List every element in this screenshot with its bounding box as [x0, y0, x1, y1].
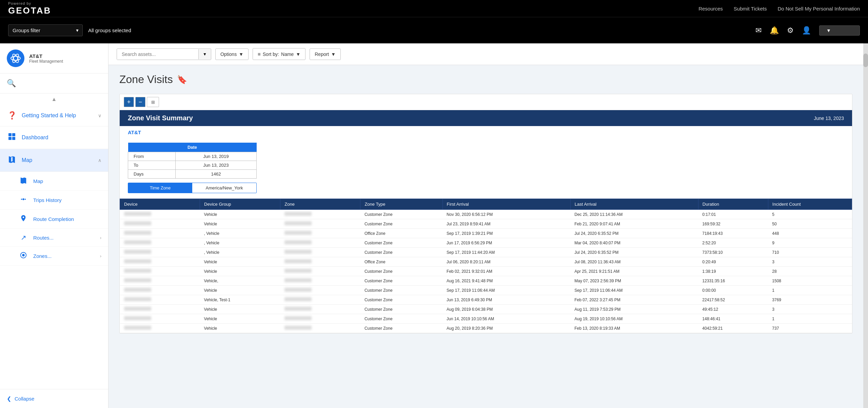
sidebar-subitem-routes[interactable]: ↗ Routes... › [0, 229, 108, 247]
map-svg [8, 155, 16, 163]
org-name: AT&T [29, 53, 63, 59]
options-button[interactable]: Options ▼ [215, 48, 249, 60]
table-cell: Jul 24, 2020 6:35:52 PM [570, 248, 698, 257]
data-table-header-cell: Incident Count [768, 199, 852, 210]
sidebar-item-dashboard[interactable]: Dashboard [0, 126, 108, 149]
timezone-option-2[interactable]: America/New_York [192, 183, 256, 193]
content-toolbar: ▼ Options ▼ ≡ Sort by: Name ▼ Report ▼ [108, 43, 863, 65]
report-button[interactable]: Report ▼ [310, 48, 341, 60]
resources-link[interactable]: Resources [698, 6, 723, 12]
table-cell: 1 [768, 286, 852, 295]
do-not-sell-link[interactable]: Do Not Sell My Personal Information [777, 6, 860, 12]
table-cell: Aug 16, 2021 9:41:48 PM [442, 276, 570, 286]
scrollbar-thumb[interactable] [863, 54, 868, 67]
table-cell [280, 210, 360, 219]
groups-filter-select[interactable]: Groups filter [8, 24, 83, 36]
table-cell [280, 267, 360, 276]
sort-icon: ≡ [258, 51, 261, 57]
search-assets-input[interactable] [117, 49, 198, 60]
zones-svg [20, 251, 27, 259]
table-cell: Customer Zone [360, 324, 442, 333]
data-table-header-cell: Device Group [200, 199, 280, 210]
table-cell: 710 [768, 248, 852, 257]
table-cell: Office Zone [360, 257, 442, 267]
data-table-header-cell: First Arrival [442, 199, 570, 210]
report-container: + − ⊞ Zone Visit Summary June 13, 2023 A… [119, 94, 852, 333]
report-date: June 13, 2023 [814, 116, 844, 121]
zoom-reset-button[interactable]: ⊞ [147, 97, 159, 107]
bell-icon[interactable]: 🔔 [770, 26, 779, 35]
zoom-in-button[interactable]: + [124, 97, 134, 107]
map-sub-svg [20, 177, 27, 184]
sidebar-subitem-trips-history[interactable]: Trips History [0, 191, 108, 210]
table-cell: Office Zone [360, 229, 442, 238]
svg-rect-6 [8, 137, 12, 140]
main-layout: AT&T Fleet Management 🔍 ▲ ❓ Getting Star… [0, 43, 868, 408]
table-cell [280, 295, 360, 305]
date-row-label: To [128, 161, 176, 170]
sidebar-item-getting-started[interactable]: ❓ Getting Started & Help ∨ [0, 105, 108, 126]
date-table-row: FromJun 13, 2019 [128, 152, 257, 161]
table-cell: , Vehicle [200, 229, 280, 238]
table-cell: Customer Zone [360, 314, 442, 324]
table-cell: Customer Zone [360, 238, 442, 248]
user-icon[interactable]: 👤 [802, 26, 811, 35]
table-cell: Dec 25, 2020 11:14:36 AM [570, 210, 698, 219]
sort-by-button[interactable]: ≡ Sort by: Name ▼ [253, 48, 305, 60]
trips-icon [18, 196, 28, 205]
table-cell: Vehicle [200, 286, 280, 295]
sidebar-collapse-btn[interactable]: ❮ Collapse [0, 389, 108, 408]
table-cell: 3 [768, 305, 852, 314]
route-completion-svg [20, 215, 27, 222]
table-cell [280, 324, 360, 333]
table-cell: Vehicle [200, 314, 280, 324]
table-row: VehicleOffice ZoneJul 06, 2020 8:20:11 A… [120, 257, 852, 267]
table-row: VehicleCustomer ZoneJun 14, 2019 10:10:5… [120, 314, 852, 324]
sidebar-subitem-label-zones: Zones... [33, 253, 52, 259]
table-cell: Vehicle [200, 305, 280, 314]
sidebar-subitem-route-completion[interactable]: Route Completion [0, 210, 108, 229]
sidebar-scroll-up[interactable]: ▲ [0, 94, 108, 105]
date-table-row: Days1462 [128, 170, 257, 179]
table-cell [120, 267, 200, 276]
table-cell: 12331:35:16 [698, 276, 768, 286]
table-cell [280, 238, 360, 248]
sidebar-subitem-label-routes: Routes... [33, 235, 54, 241]
gear-icon[interactable]: ⚙ [787, 26, 794, 35]
search-icon[interactable]: 🔍 [7, 79, 16, 88]
table-cell: 5 [768, 210, 852, 219]
submit-tickets-link[interactable]: Submit Tickets [734, 6, 767, 12]
table-cell: Vehicle [200, 267, 280, 276]
table-cell: 28 [768, 267, 852, 276]
date-row-value: 1462 [175, 170, 256, 179]
table-cell: 50 [768, 219, 852, 229]
zoom-out-button[interactable]: − [135, 97, 145, 107]
table-cell: 49:45:12 [698, 305, 768, 314]
table-row: VehicleCustomer ZoneAug 20, 2019 8:20:36… [120, 324, 852, 333]
search-assets-dropdown[interactable]: ▼ [198, 49, 211, 59]
sidebar-subitem-map[interactable]: Map [0, 172, 108, 191]
user-dropdown[interactable]: ▼ [819, 25, 860, 36]
page-title: Zone Visits 🔖 [119, 73, 852, 86]
collapse-arrow-icon: ❮ [7, 395, 11, 402]
sort-by-label: Sort by: [263, 52, 279, 57]
sidebar-subitem-zones[interactable]: Zones... › [0, 247, 108, 266]
table-cell: Customer Zone [360, 305, 442, 314]
chevron-down-icon: ∨ [98, 113, 101, 118]
table-cell: Aug 11, 2019 7:53:29 PM [570, 305, 698, 314]
sidebar-header: AT&T Fleet Management [0, 43, 108, 74]
table-cell: Feb 07, 2022 3:27:45 PM [570, 295, 698, 305]
report-company: AT&T [120, 126, 852, 139]
mail-icon[interactable]: ✉ [755, 26, 762, 35]
table-cell [120, 219, 200, 229]
timezone-option-1[interactable]: Time Zone [128, 183, 192, 193]
svg-point-9 [21, 199, 22, 200]
table-cell [280, 229, 360, 238]
groups-filter-wrapper: Groups filter ▼ [8, 24, 83, 36]
date-table-row: ToJun 13, 2023 [128, 161, 257, 170]
table-cell: Vehicle [200, 210, 280, 219]
sidebar-item-map[interactable]: Map ∧ [0, 149, 108, 172]
svg-point-0 [10, 53, 21, 64]
table-cell: Jun 14, 2019 10:10:56 AM [442, 314, 570, 324]
right-scrollbar[interactable] [863, 43, 868, 408]
